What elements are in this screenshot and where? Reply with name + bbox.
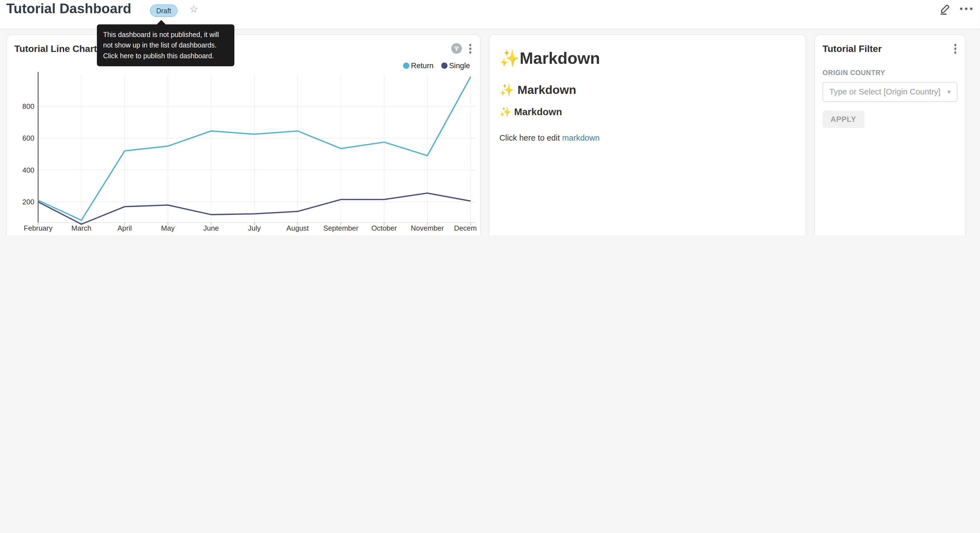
filter-card-menu-icon[interactable] [953,43,957,55]
x-axis-label: August [286,224,309,232]
chevron-down-icon: ▼ [946,88,952,95]
x-axis-label: June [204,224,219,232]
x-axis-label: March [72,224,91,232]
edit-dashboard-icon[interactable] [939,3,951,16]
markdown-card: ✨Markdown ✨ Markdown ✨ Markdown Click he… [488,35,806,236]
legend-item-single[interactable]: Single [441,61,470,70]
svg-text:600: 600 [22,134,34,142]
x-axis-label: February [24,224,52,232]
chart-legend: Return Single [403,61,470,70]
select-placeholder: Type or Select [Origin Country] [829,87,946,96]
svg-text:200: 200 [22,198,34,206]
filter-card: Tutorial Filter ORIGIN COUNTRY Type or S… [815,35,966,236]
markdown-paragraph: Click here to edit markdown [500,133,795,142]
apply-button[interactable]: APPLY [822,110,864,128]
dashboard-page: Tutorial Dashboard Draft ☆ This dashboar… [0,0,980,236]
legend-label: Single [449,61,470,70]
x-axis-label: December [454,224,477,232]
legend-item-return[interactable]: Return [403,61,433,70]
draft-badge[interactable]: Draft [150,5,177,17]
svg-text:400: 400 [22,166,34,174]
cta-prefix: Click here to edit [500,133,562,142]
x-axis-label: May [161,224,175,232]
single-series-dot [441,62,447,69]
applied-filter-icon[interactable] [451,43,461,54]
origin-country-label: ORIGIN COUNTRY [822,69,957,76]
origin-country-select[interactable]: Type or Select [Origin Country] ▼ [822,81,957,101]
page-title: Tutorial Dashboard [6,0,131,17]
markdown-h3: ✨ Markdown [500,106,795,118]
x-axis-label: April [117,224,132,232]
line-chart-plot[interactable]: 200400600800FebruaryMarchAprilMayJuneJul… [14,71,477,235]
more-actions-icon[interactable] [960,8,972,10]
markdown-h1: ✨Markdown [500,49,795,68]
line-chart-title: Tutorial Line Chart [14,43,97,54]
return-series-dot [403,62,409,69]
pencil-icon [939,3,951,16]
line-chart-menu-icon[interactable] [468,43,473,55]
publish-tooltip[interactable]: This dashboard is not published, it will… [97,24,234,66]
x-axis-label: July [248,224,261,232]
markdown-edit-link[interactable]: markdown [562,133,600,142]
x-axis-label: September [323,224,359,232]
funnel-icon [451,43,461,54]
svg-text:800: 800 [22,102,34,110]
line-chart-card: Tutorial Line Chart Return Single 200400… [6,35,480,236]
legend-label: Return [411,61,434,70]
x-axis-label: October [371,224,397,232]
tooltip-text: This dashboard is not published, it will… [103,31,219,59]
filter-card-title: Tutorial Filter [822,43,881,54]
favorite-star-icon[interactable]: ☆ [189,3,198,15]
markdown-h2: ✨ Markdown [500,83,795,97]
x-axis-label: November [411,224,444,232]
